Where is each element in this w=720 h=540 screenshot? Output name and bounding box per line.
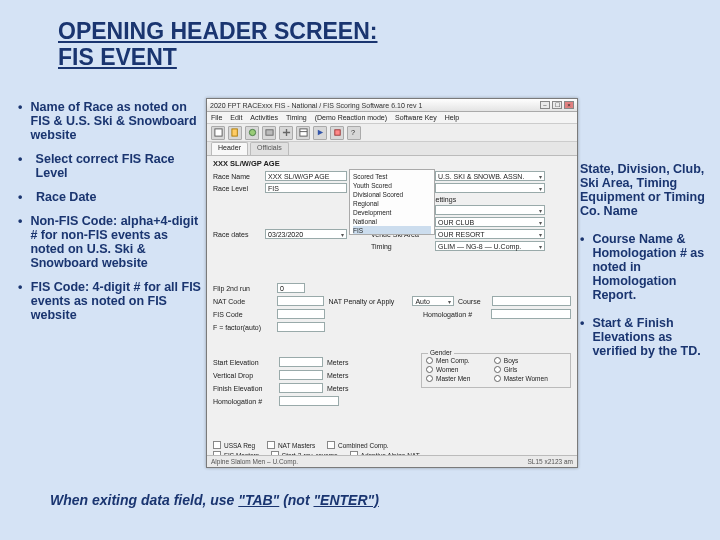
start-elev-input[interactable] bbox=[279, 357, 323, 367]
menu-swkey[interactable]: Software Key bbox=[395, 114, 437, 121]
flip2-label: Flip 2nd run bbox=[213, 285, 273, 292]
penalty-select[interactable]: Auto▾ bbox=[412, 296, 454, 306]
right-bullets: State, Division, Club, Ski Area, Timing … bbox=[580, 162, 710, 372]
left-bullets: •Name of Race as noted on FIS & U.S. Ski… bbox=[18, 100, 203, 332]
menu-activities[interactable]: Activities bbox=[250, 114, 278, 121]
section-title: XXX SL/W/GP AGE bbox=[213, 159, 571, 168]
race-level-label: Race Level bbox=[213, 185, 261, 192]
race-date-input[interactable]: 03/23/2020▾ bbox=[265, 229, 347, 239]
gender-title: Gender bbox=[428, 349, 454, 356]
nat-code-label: NAT Code bbox=[213, 298, 273, 305]
menu-file[interactable]: File bbox=[211, 114, 222, 121]
toolbar-icon[interactable] bbox=[245, 126, 259, 140]
close-button[interactable]: × bbox=[564, 101, 574, 109]
division-select[interactable]: ▾ bbox=[435, 205, 545, 215]
middle-panel: Flip 2nd run 0 NAT Code NAT Penalty or A… bbox=[213, 283, 571, 335]
course-input[interactable] bbox=[492, 296, 571, 306]
gender-radio[interactable] bbox=[426, 357, 433, 364]
bullet-item: •Non-FIS Code: alpha+4-digit # for non-F… bbox=[18, 214, 203, 270]
vertical-drop-label: Vertical Drop bbox=[213, 372, 275, 379]
fis-code-label: FIS Code bbox=[213, 311, 273, 318]
bullet-item: •FIS Code: 4-digit # for all FIS events … bbox=[18, 280, 203, 322]
race-date-label: Race dates bbox=[213, 231, 261, 238]
bullet-item: •Name of Race as noted on FIS & U.S. Ski… bbox=[18, 100, 203, 142]
level-option[interactable]: Regional bbox=[353, 199, 431, 208]
svg-rect-1 bbox=[231, 129, 236, 136]
tab-header[interactable]: Header bbox=[211, 142, 248, 155]
toolbar-icon[interactable] bbox=[330, 126, 344, 140]
toolbar-icon[interactable] bbox=[279, 126, 293, 140]
maximize-button[interactable]: ☐ bbox=[552, 101, 562, 109]
homolog-input2[interactable] bbox=[279, 396, 339, 406]
svg-rect-3 bbox=[265, 130, 272, 135]
level-option[interactable]: Development bbox=[353, 208, 431, 217]
homolog-label: Homologation # bbox=[423, 311, 487, 318]
penalty-label: NAT Penalty or Apply bbox=[328, 298, 408, 305]
race-name-label: Race Name bbox=[213, 173, 261, 180]
toolbar-icon[interactable] bbox=[313, 126, 327, 140]
check-ussa[interactable] bbox=[213, 441, 221, 449]
gender-radio[interactable] bbox=[494, 357, 501, 364]
gender-radio[interactable] bbox=[494, 375, 501, 382]
meters-label: Meters bbox=[327, 359, 389, 366]
finish-elev-label: Finish Elevation bbox=[213, 385, 275, 392]
race-name-input[interactable]: XXX SL/W/GP AGE bbox=[265, 171, 347, 181]
finish-elev-input[interactable] bbox=[279, 383, 323, 393]
gender-radio[interactable] bbox=[494, 366, 501, 373]
elevation-panel: Start Elevation Meters Vertical Drop Met… bbox=[213, 357, 413, 409]
nat-code-input[interactable] bbox=[277, 296, 324, 306]
check-nat-masters[interactable] bbox=[267, 441, 275, 449]
status-left: Alpine Slalom Men – U.Comp. bbox=[211, 458, 298, 465]
toolbar: ? bbox=[207, 124, 577, 142]
level-option[interactable]: Youth Scored bbox=[353, 181, 431, 190]
level-option[interactable]: Divisional Scored bbox=[353, 190, 431, 199]
meters-label: Meters bbox=[327, 372, 389, 379]
menu-timing[interactable]: Timing bbox=[286, 114, 307, 121]
venue-state-select[interactable]: ▾ bbox=[435, 183, 545, 193]
minimize-button[interactable]: – bbox=[540, 101, 550, 109]
timing-select[interactable]: GLIM — NG-8 — U.Comp.▾ bbox=[435, 241, 545, 251]
fis-code-input[interactable] bbox=[277, 309, 325, 319]
check-combined[interactable] bbox=[327, 441, 335, 449]
toolbar-icon[interactable] bbox=[211, 126, 225, 140]
toolbar-icon[interactable]: ? bbox=[347, 126, 361, 140]
race-level-listbox[interactable]: Scored Test Youth Scored Divisional Scor… bbox=[349, 169, 435, 235]
title-line2: FIS EVENT bbox=[58, 44, 177, 70]
menu-demo[interactable]: (Demo Reaction mode) bbox=[315, 114, 387, 121]
menubar: File Edit Activities Timing (Demo Reacti… bbox=[207, 112, 577, 124]
meters-label: Meters bbox=[327, 385, 389, 392]
gender-radio[interactable] bbox=[426, 375, 433, 382]
titlebar: 2020 FPT RACExxx FIS - National / FIS Sc… bbox=[207, 99, 577, 112]
toolbar-icon[interactable] bbox=[262, 126, 276, 140]
menu-edit[interactable]: Edit bbox=[230, 114, 242, 121]
start-elev-label: Start Elevation bbox=[213, 359, 275, 366]
level-option[interactable]: Scored Test bbox=[353, 172, 431, 181]
status-bar: Alpine Slalom Men – U.Comp. SL15 x2123 a… bbox=[207, 455, 577, 467]
level-option[interactable]: National bbox=[353, 217, 431, 226]
toolbar-icon[interactable] bbox=[296, 126, 310, 140]
svg-rect-6 bbox=[334, 130, 339, 135]
ski-area-select[interactable]: OUR RESORT▾ bbox=[435, 229, 545, 239]
svg-text:?: ? bbox=[350, 128, 354, 137]
homolog-input[interactable] bbox=[491, 309, 571, 319]
homolog-label2: Homologation # bbox=[213, 398, 275, 405]
svg-rect-4 bbox=[299, 129, 306, 136]
vertical-drop-input[interactable] bbox=[279, 370, 323, 380]
gender-radio[interactable] bbox=[426, 366, 433, 373]
level-option[interactable]: FIS bbox=[353, 226, 431, 235]
svg-marker-5 bbox=[317, 130, 322, 135]
gov-body-select[interactable]: U.S. SKI & SNOWB. ASSN.▾ bbox=[435, 171, 545, 181]
tab-officials[interactable]: Officials bbox=[250, 142, 289, 155]
flip2-input[interactable]: 0 bbox=[277, 283, 305, 293]
timing-label: Timing bbox=[371, 243, 431, 250]
venue-club-select[interactable]: OUR CLUB▾ bbox=[435, 217, 545, 227]
title-line1: OPENING HEADER SCREEN: bbox=[58, 18, 377, 44]
f-factor-input[interactable] bbox=[277, 322, 325, 332]
status-right: SL15 x2123 am bbox=[527, 458, 573, 465]
menu-help[interactable]: Help bbox=[445, 114, 459, 121]
gender-group: Gender Men Comp. Women Master Men Boys G… bbox=[421, 353, 571, 388]
svg-point-2 bbox=[249, 129, 255, 135]
bullet-item: •Start & Finish Elevations as verified b… bbox=[580, 316, 710, 358]
toolbar-icon[interactable] bbox=[228, 126, 242, 140]
race-level-input[interactable]: FIS bbox=[265, 183, 347, 193]
